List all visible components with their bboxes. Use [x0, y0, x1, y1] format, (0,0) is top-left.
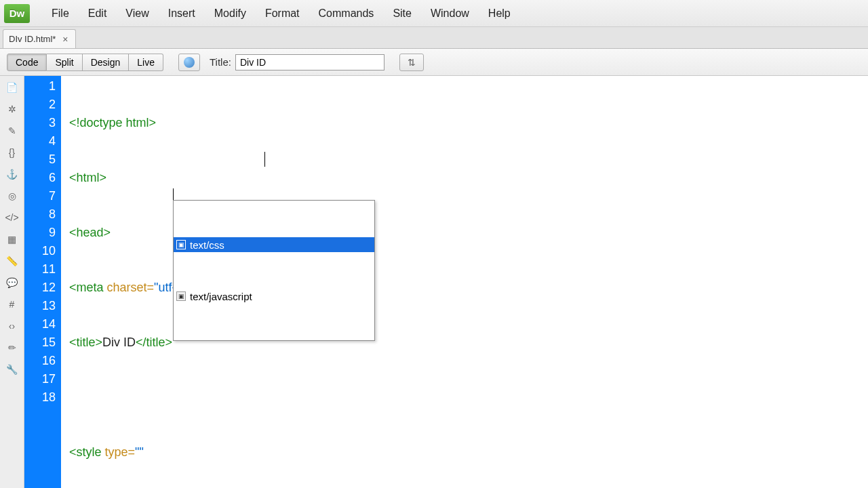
- updown-arrows-icon: ⇅: [408, 57, 416, 68]
- autocomplete-popup: ▣ text/css ▣ text/javascript: [173, 200, 375, 341]
- wand-icon[interactable]: ✎: [6, 125, 18, 137]
- wrench-icon[interactable]: 🔧: [6, 363, 18, 375]
- code-editor[interactable]: <!doctype html> <html> <head> <meta char…: [61, 76, 868, 488]
- page-title-input[interactable]: [235, 54, 384, 70]
- menu-modify[interactable]: Modify: [205, 3, 256, 24]
- line-number: 5: [24, 150, 56, 169]
- menu-format[interactable]: Format: [256, 3, 309, 24]
- view-design-button[interactable]: Design: [83, 54, 130, 71]
- autocomplete-item-selected[interactable]: ▣ text/css: [174, 237, 374, 252]
- file-tabs-bar: DIv ID.html* ×: [0, 27, 868, 49]
- file-management-button[interactable]: ⇅: [399, 54, 424, 71]
- menu-view[interactable]: View: [116, 3, 158, 24]
- menu-commands[interactable]: Commands: [309, 3, 384, 24]
- ruler-icon[interactable]: 📏: [6, 255, 18, 267]
- anchor-icon[interactable]: ⚓: [6, 168, 18, 180]
- line-number: 17: [24, 370, 56, 388]
- autocomplete-label: text/css: [190, 236, 224, 254]
- braces-icon[interactable]: {}: [6, 146, 18, 159]
- document-icon: ▣: [176, 240, 186, 249]
- line-number: 8: [24, 205, 56, 224]
- line-number: 14: [24, 315, 56, 333]
- line-number: 11: [24, 260, 56, 279]
- main-menu-bar: Dw File Edit View Insert Modify Format C…: [0, 0, 868, 27]
- file-tab[interactable]: DIv ID.html* ×: [3, 29, 76, 48]
- view-live-button[interactable]: Live: [129, 54, 163, 71]
- line-number: 15: [24, 333, 56, 352]
- file-tab-label: DIv ID.html*: [9, 34, 56, 44]
- comment-icon[interactable]: 💬: [6, 277, 18, 289]
- workspace: 📄 ✲ ✎ {} ⚓ ◎ </> ▦ 📏 💬 # ‹› ✏ 🔧 1 2 3 4 …: [0, 76, 868, 488]
- line-number: 12: [24, 279, 56, 297]
- line-number: 13: [24, 297, 56, 315]
- pencil-icon[interactable]: ✏: [6, 342, 18, 354]
- view-split-button[interactable]: Split: [47, 54, 82, 71]
- preview-browser-button[interactable]: [178, 54, 200, 71]
- gear-icon[interactable]: ✲: [6, 103, 18, 115]
- line-number-gutter: 1 2 3 4 5 6 7 8 9 10 11 12 13 14 15 16 1…: [24, 76, 61, 488]
- title-label: Title:: [210, 56, 231, 68]
- line-number: 3: [24, 114, 56, 132]
- view-code-button[interactable]: Code: [7, 54, 47, 71]
- menu-window[interactable]: Window: [421, 3, 479, 24]
- menu-insert[interactable]: Insert: [159, 3, 205, 24]
- line-number: 1: [24, 77, 56, 96]
- table-icon[interactable]: ▦: [6, 233, 18, 245]
- line-number: 4: [24, 132, 56, 150]
- code-toolbar-sidebar: 📄 ✲ ✎ {} ⚓ ◎ </> ▦ 📏 💬 # ‹› ✏ 🔧: [0, 76, 24, 488]
- globe-icon: [184, 57, 195, 68]
- hash-icon[interactable]: #: [6, 298, 18, 310]
- menu-site[interactable]: Site: [383, 3, 421, 24]
- line-number: 7: [24, 187, 56, 205]
- text-caret: [264, 152, 265, 167]
- app-logo: Dw: [4, 4, 30, 23]
- menu-help[interactable]: Help: [479, 3, 520, 24]
- line-number: 2: [24, 96, 56, 114]
- line-number: 9: [24, 224, 56, 242]
- autocomplete-item[interactable]: ▣ text/javascript: [174, 289, 374, 304]
- menu-file[interactable]: File: [42, 3, 79, 24]
- line-number: 10: [24, 242, 56, 260]
- menu-edit[interactable]: Edit: [79, 3, 117, 24]
- autocomplete-label: text/javascript: [190, 287, 252, 306]
- line-number: 16: [24, 352, 56, 370]
- document-toolbar: Code Split Design Live Title: ⇅: [0, 49, 868, 76]
- line-number: 6: [24, 169, 56, 187]
- file-icon[interactable]: 📄: [6, 81, 18, 94]
- line-number: 18: [24, 388, 56, 407]
- code-icon[interactable]: </>: [6, 211, 18, 224]
- chevron-icon[interactable]: ‹›: [6, 320, 18, 332]
- close-icon[interactable]: ×: [61, 34, 69, 45]
- target-icon[interactable]: ◎: [6, 190, 18, 202]
- document-icon: ▣: [176, 291, 186, 301]
